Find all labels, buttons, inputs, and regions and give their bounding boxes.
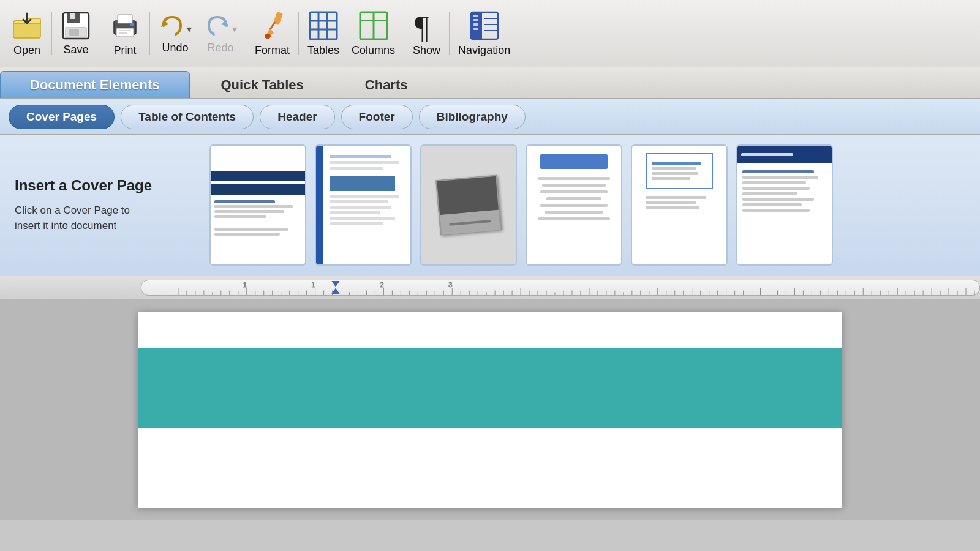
undo-label: Undo: [162, 42, 188, 54]
navigation-label: Navigation: [458, 44, 510, 57]
open-button[interactable]: Open: [5, 0, 49, 67]
svg-rect-29: [473, 15, 478, 17]
subtab-table-of-contents[interactable]: Table of Contents: [121, 105, 254, 129]
svg-text:3: 3: [448, 281, 452, 288]
tab-quick-tables[interactable]: Quick Tables: [191, 71, 334, 98]
cover-page-item-2[interactable]: [315, 144, 412, 266]
tab-charts[interactable]: Charts: [335, 71, 438, 98]
gallery-description: Insert a Cover Page Click on a Cover Pag…: [0, 135, 202, 276]
columns-label: Columns: [352, 44, 395, 57]
document-page: [138, 312, 842, 508]
cover-page-item-5[interactable]: [631, 144, 728, 266]
show-icon: ¶: [413, 10, 440, 42]
subtab-header[interactable]: Header: [260, 105, 334, 129]
svg-rect-31: [473, 23, 478, 26]
subtab-cover-pages[interactable]: Cover Pages: [9, 105, 115, 129]
document-area: [0, 299, 980, 520]
document-teal-bar: [138, 348, 842, 428]
sub-tabs: Cover Pages Table of Contents Header Foo…: [0, 99, 980, 135]
cover-page-item-6[interactable]: [736, 144, 833, 266]
svg-rect-30: [473, 19, 478, 21]
subtab-footer[interactable]: Footer: [341, 105, 413, 129]
gallery-desc: Click on a Cover Page toinsert it into d…: [15, 203, 187, 234]
sep3: [149, 12, 150, 55]
cover-page-gallery: Insert a Cover Page Click on a Cover Pag…: [0, 135, 980, 276]
tables-button[interactable]: Tables: [301, 0, 345, 67]
save-button[interactable]: Save: [55, 0, 97, 67]
print-button[interactable]: Print: [103, 0, 147, 67]
svg-point-16: [265, 34, 271, 39]
show-label: Show: [413, 44, 440, 57]
marker-bottom: [331, 288, 340, 294]
columns-icon: [358, 10, 390, 42]
svg-text:1: 1: [243, 281, 247, 288]
show-button[interactable]: ¶ Show: [407, 0, 447, 67]
print-label: Print: [113, 44, 136, 57]
gallery-items: [202, 135, 840, 276]
marker-top: [331, 281, 340, 287]
svg-rect-7: [116, 28, 134, 37]
ribbon-tabs: Document Elements Quick Tables Charts: [0, 67, 980, 99]
open-icon: [11, 10, 43, 42]
svg-rect-5: [69, 29, 79, 36]
redo-label: Redo: [207, 42, 233, 54]
undo-button[interactable]: ▾ Undo: [153, 0, 198, 67]
sep1: [51, 12, 52, 55]
sep6: [404, 12, 404, 55]
save-label: Save: [63, 43, 88, 56]
svg-rect-8: [118, 15, 132, 23]
svg-rect-9: [130, 23, 134, 26]
sep4: [246, 12, 246, 55]
subtab-bibliography[interactable]: Bibliography: [419, 105, 526, 129]
ruler-marker[interactable]: [331, 281, 340, 294]
svg-text:¶: ¶: [415, 10, 429, 42]
tables-label: Tables: [307, 44, 339, 57]
ruler: 1 1 2 3: [0, 276, 980, 299]
redo-button[interactable]: ▾ Redo: [198, 0, 243, 67]
format-icon: [257, 10, 288, 42]
toolbar: Open Save Print: [0, 0, 980, 67]
svg-rect-32: [473, 28, 478, 30]
navigation-button[interactable]: Navigation: [452, 0, 516, 67]
sep5: [298, 12, 299, 55]
svg-rect-3: [70, 13, 75, 19]
cover-page-item-3[interactable]: [420, 144, 517, 266]
print-icon: [109, 10, 141, 42]
cover-page-item-1[interactable]: [209, 144, 306, 266]
ruler-track: 1 1 2 3: [141, 280, 980, 296]
format-button[interactable]: Format: [249, 0, 296, 67]
svg-line-15: [270, 22, 275, 29]
sep2: [100, 12, 100, 55]
svg-rect-17: [310, 12, 337, 39]
svg-text:2: 2: [380, 281, 383, 288]
svg-text:1: 1: [312, 281, 315, 288]
save-icon: [61, 10, 91, 41]
cover-page-item-4[interactable]: [526, 144, 622, 266]
open-label: Open: [13, 44, 40, 57]
tab-document-elements-visible[interactable]: Document Elements: [0, 71, 190, 98]
sep7: [449, 12, 450, 55]
undo-icon: ▾: [159, 12, 192, 39]
columns-button[interactable]: Columns: [345, 0, 401, 67]
tables-icon: [307, 10, 339, 42]
navigation-icon: [469, 10, 500, 42]
undo-arrow: ▾: [187, 24, 192, 34]
format-label: Format: [255, 44, 290, 57]
redo-arrow: ▾: [232, 24, 237, 34]
redo-icon: ▾: [204, 12, 237, 39]
gallery-title: Insert a Cover Page: [15, 177, 187, 194]
